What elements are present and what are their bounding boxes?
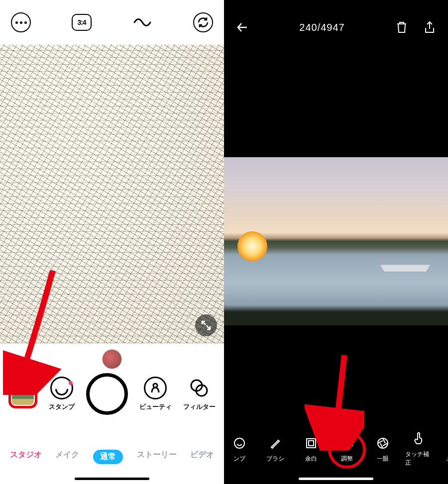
mode-video[interactable]: ビデオ	[190, 450, 214, 464]
mode-story[interactable]: ストーリー	[137, 450, 177, 464]
smile-icon	[50, 377, 73, 399]
stamp-icon	[232, 436, 247, 451]
photo-sun	[237, 231, 267, 261]
touch-icon	[411, 431, 426, 446]
tool-makeup[interactable]: + メイク	[441, 436, 448, 463]
editor-toolbar[interactable]: ンプ ブラシ 余白 調整 一眼 タッチ補正 + メイク	[224, 430, 448, 468]
viewfinder-image	[0, 45, 224, 343]
camera-screen: 3:4 スタンプ ビューティ	[0, 0, 224, 484]
camera-controls: スタンプ ビューティ フィルター スタジオ メイク 通常 ストーリー ビデオ	[0, 343, 224, 484]
filter-label: フィルター	[183, 402, 216, 411]
share-icon[interactable]	[422, 20, 437, 35]
gallery-thumbnail[interactable]	[8, 380, 37, 408]
svg-rect-4	[307, 439, 316, 448]
stamp-label: スタンプ	[49, 402, 75, 411]
expand-icon[interactable]	[195, 314, 217, 336]
mode-studio[interactable]: スタジオ	[10, 450, 42, 464]
svg-point-6	[343, 439, 346, 442]
svg-point-3	[234, 438, 244, 448]
home-indicator[interactable]	[299, 478, 373, 480]
mode-normal[interactable]: 通常	[93, 450, 123, 464]
beauty-icon	[144, 377, 167, 399]
more-icon[interactable]	[11, 12, 31, 32]
stamp-button[interactable]: スタンプ	[49, 377, 75, 411]
camera-topbar: 3:4	[0, 0, 224, 45]
brush-icon	[268, 436, 283, 451]
svg-point-7	[348, 444, 351, 447]
effects-icon[interactable]	[132, 12, 152, 32]
filter-icon	[188, 377, 211, 399]
tool-margin[interactable]: 余白	[298, 436, 325, 463]
tool-adjust[interactable]: 調整	[334, 436, 360, 463]
switch-camera-icon[interactable]	[193, 12, 213, 32]
back-icon[interactable]	[235, 20, 250, 35]
photo-counter: 240/4947	[299, 22, 344, 33]
adjust-icon	[339, 436, 354, 451]
svg-rect-5	[309, 441, 314, 446]
recent-effect-avatar[interactable]	[102, 349, 122, 369]
home-indicator[interactable]	[75, 478, 149, 480]
mode-makeup[interactable]: メイク	[55, 450, 79, 464]
mode-selector[interactable]: スタジオ メイク 通常 ストーリー ビデオ	[0, 450, 224, 464]
svg-point-0	[153, 384, 157, 387]
tool-brush[interactable]: ブラシ	[262, 436, 289, 463]
aperture-icon	[375, 436, 390, 451]
editor-screen: 240/4947 ンプ ブラシ 余白 調整	[224, 0, 448, 484]
editor-topbar: 240/4947	[224, 0, 448, 55]
tool-stamp[interactable]: ンプ	[226, 436, 253, 463]
editor-image[interactable]	[224, 157, 448, 325]
photo-ship	[380, 255, 430, 272]
beauty-label: ビューティ	[139, 402, 172, 411]
beauty-button[interactable]: ビューティ	[139, 377, 172, 411]
filter-button[interactable]: フィルター	[183, 377, 216, 411]
camera-viewfinder[interactable]	[0, 45, 224, 343]
aspect-ratio-button[interactable]: 3:4	[72, 14, 92, 31]
tool-touch[interactable]: タッチ補正	[405, 431, 432, 467]
margin-icon	[304, 436, 319, 451]
delete-icon[interactable]	[394, 20, 409, 35]
tool-dslr[interactable]: 一眼	[369, 436, 396, 463]
svg-point-8	[378, 438, 388, 448]
shutter-button[interactable]	[86, 373, 128, 415]
